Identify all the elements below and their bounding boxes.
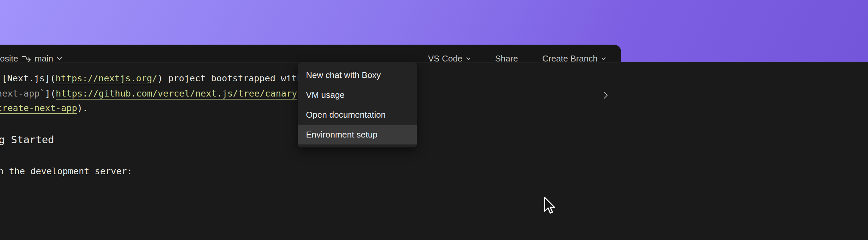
chevron-down-icon [466, 57, 471, 60]
menu-item-vm-usage[interactable]: VM usage [298, 85, 417, 105]
menu-item-environment-setup[interactable]: Environment setup [298, 125, 417, 144]
desktop: { "header": { "repo_label": "osite", "br… [0, 0, 868, 240]
markdown-heading: Getting Started [0, 134, 54, 145]
chevron-down-icon [56, 56, 62, 60]
chevron-down-icon [601, 57, 606, 60]
inline-code-text: next-app` [0, 88, 45, 99]
chevron-right-icon[interactable] [602, 90, 611, 100]
mouse-cursor-icon [544, 197, 557, 215]
md-text: ]( [45, 88, 56, 99]
toolbar-divider [0, 62, 868, 62]
link-text[interactable]: https://github.com/vercel/next.js/tree/c… [56, 88, 298, 99]
markdown-line-2: next-app`](https://github.com/vercel/nex… [0, 88, 297, 99]
md-text: Run the development server: [0, 166, 132, 176]
link-text[interactable]: create-next-app [0, 103, 77, 113]
heading-text: Getting Started [0, 134, 54, 145]
link-text[interactable]: https://nextjs.org/ [56, 73, 157, 83]
menu-item-open-documentation[interactable]: Open documentation [298, 105, 417, 125]
panel-options-menu: New chat with Boxy VM usage Open documen… [298, 62, 417, 148]
markdown-line-3: create-next-app). [0, 103, 88, 113]
menu-item-new-chat[interactable]: New chat with Boxy [298, 65, 417, 85]
markdown-line-5: Run the development server: [0, 166, 132, 176]
md-text: This is a [Next.js]( [0, 73, 56, 83]
branch-arrow-icon [22, 54, 31, 63]
md-text: ). [77, 103, 88, 113]
